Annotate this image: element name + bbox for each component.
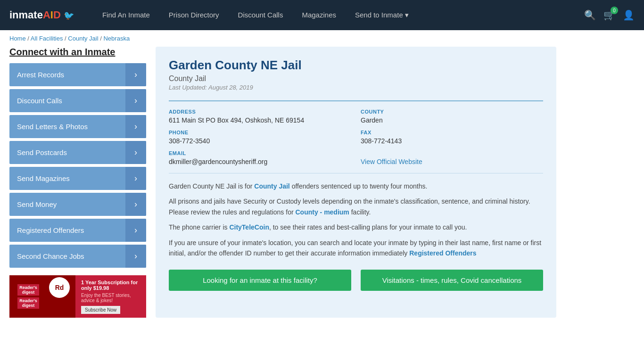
website-link[interactable]: View Official Website bbox=[361, 158, 422, 165]
logo-text: inmateAID 🐦 bbox=[9, 9, 74, 21]
nav-prison-directory[interactable]: Prison Directory bbox=[159, 0, 229, 30]
facility-info-grid: ADDRESS 611 Main St PO Box 494, Oshkosh,… bbox=[169, 100, 543, 173]
arrow-icon: › bbox=[125, 193, 146, 216]
search-icon[interactable]: 🔍 bbox=[584, 9, 596, 21]
sidebar-item-label: Second Chance Jobs bbox=[9, 246, 125, 267]
facility-title: Garden County NE Jail bbox=[169, 58, 543, 73]
phone-value: 308-772-3540 bbox=[169, 137, 351, 145]
nav-send-to-inmate[interactable]: Send to Inmate ▾ bbox=[346, 0, 418, 30]
county-block: COUNTY Garden bbox=[361, 109, 543, 124]
county-label: COUNTY bbox=[361, 109, 543, 115]
address-value: 611 Main St PO Box 494, Oshkosh, NE 6915… bbox=[169, 116, 351, 124]
facility-type: County Jail bbox=[169, 74, 543, 83]
ad-subtitle: Enjoy the BEST stories, advice & jokes! bbox=[81, 293, 140, 303]
description-1: Garden County NE Jail is for County Jail… bbox=[169, 181, 543, 191]
sidebar-item-send-postcards[interactable]: Send Postcards › bbox=[9, 141, 146, 164]
breadcrumb-all-facilities[interactable]: All Facilities bbox=[31, 35, 63, 42]
email-block: EMAIL dkmiller@gardencountysheriff.org bbox=[169, 150, 351, 165]
cart-badge: 0 bbox=[611, 7, 618, 14]
fax-label: FAX bbox=[361, 130, 543, 135]
main-layout: Connect with an Inmate Arrest Records › … bbox=[0, 47, 566, 327]
website-block: View Official Website bbox=[361, 150, 543, 165]
ad-rd-logo: Rd bbox=[49, 277, 70, 298]
arrow-icon: › bbox=[125, 115, 146, 138]
sidebar: Connect with an Inmate Arrest Records › … bbox=[9, 47, 146, 318]
county-jail-link[interactable]: County Jail bbox=[254, 182, 289, 190]
arrow-icon: › bbox=[125, 219, 146, 242]
logo[interactable]: inmateAID 🐦 bbox=[9, 9, 74, 21]
sidebar-advertisement: Reader'sdigest Reader'sdigest Rd 1 Year … bbox=[9, 275, 146, 318]
facility-last-updated: Last Updated: August 28, 2019 bbox=[169, 84, 543, 91]
breadcrumb-home[interactable]: Home bbox=[9, 35, 26, 42]
nav-discount-calls[interactable]: Discount Calls bbox=[229, 0, 293, 30]
looking-for-inmate-button[interactable]: Looking for an inmate at this facility? bbox=[169, 270, 351, 291]
nav-magazines[interactable]: Magazines bbox=[292, 0, 346, 30]
ad-subscribe-button[interactable]: Subscribe Now bbox=[81, 306, 120, 314]
sidebar-item-registered-offenders[interactable]: Registered Offenders › bbox=[9, 219, 146, 242]
sidebar-item-label: Discount Calls bbox=[9, 90, 125, 111]
breadcrumb-nebraska[interactable]: Nebraska bbox=[103, 35, 130, 42]
email-label: EMAIL bbox=[169, 150, 351, 156]
address-label: ADDRESS bbox=[169, 109, 351, 115]
nav-links: Find An Inmate Prison Directory Discount… bbox=[93, 0, 584, 30]
sidebar-item-second-chance-jobs[interactable]: Second Chance Jobs › bbox=[9, 245, 146, 268]
sidebar-item-label: Send Postcards bbox=[9, 142, 125, 163]
sidebar-item-discount-calls[interactable]: Discount Calls › bbox=[9, 89, 146, 112]
address-block: ADDRESS 611 Main St PO Box 494, Oshkosh,… bbox=[169, 109, 351, 124]
sidebar-title: Connect with an Inmate bbox=[9, 47, 146, 58]
description-2: All prisons and jails have Security or C… bbox=[169, 196, 543, 217]
fax-value: 308-772-4143 bbox=[361, 137, 543, 145]
navbar: inmateAID 🐦 Find An Inmate Prison Direct… bbox=[0, 0, 644, 30]
email-value: dkmiller@gardencountysheriff.org bbox=[169, 158, 351, 165]
visitations-button[interactable]: Visitations - times, rules, Covid cancel… bbox=[361, 270, 543, 291]
description-3: The phone carrier is CityTeleCoin, to se… bbox=[169, 222, 543, 232]
website-spacer bbox=[361, 150, 543, 156]
ad-title: 1 Year Subscription for only $19.98 bbox=[81, 280, 140, 291]
sidebar-item-arrest-records[interactable]: Arrest Records › bbox=[9, 63, 146, 86]
facility-content: Garden County NE Jail County Jail Last U… bbox=[156, 47, 556, 318]
sidebar-item-send-money[interactable]: Send Money › bbox=[9, 193, 146, 216]
arrow-icon: › bbox=[125, 89, 146, 112]
sidebar-item-label: Arrest Records bbox=[9, 64, 125, 85]
phone-block: PHONE 308-772-3540 bbox=[169, 130, 351, 145]
sidebar-item-label: Send Letters & Photos bbox=[9, 116, 125, 137]
sidebar-item-label: Send Magazines bbox=[9, 168, 125, 189]
sidebar-item-label: Send Money bbox=[9, 194, 125, 215]
user-icon[interactable]: 👤 bbox=[623, 9, 635, 21]
cart-wrapper[interactable]: 🛒 0 bbox=[603, 9, 615, 21]
registered-offenders-link[interactable]: Registered Offenders bbox=[409, 249, 476, 257]
description-4: If you are unsure of your inmate's locat… bbox=[169, 238, 543, 259]
arrow-icon: › bbox=[125, 245, 146, 268]
nav-find-inmate[interactable]: Find An Inmate bbox=[93, 0, 159, 30]
fax-block: FAX 308-772-4143 bbox=[361, 130, 543, 145]
sidebar-item-send-letters-photos[interactable]: Send Letters & Photos › bbox=[9, 115, 146, 138]
arrow-icon: › bbox=[125, 167, 146, 190]
nav-right: 🔍 🛒 0 👤 bbox=[584, 9, 635, 21]
arrow-icon: › bbox=[125, 141, 146, 164]
sidebar-item-send-magazines[interactable]: Send Magazines › bbox=[9, 167, 146, 190]
county-value: Garden bbox=[361, 116, 543, 124]
breadcrumb: Home / All Facilities / County Jail / Ne… bbox=[0, 30, 644, 47]
arrow-icon: › bbox=[125, 63, 146, 86]
breadcrumb-county-jail[interactable]: County Jail bbox=[68, 35, 98, 42]
bottom-buttons: Looking for an inmate at this facility? … bbox=[169, 270, 543, 291]
sidebar-item-label: Registered Offenders bbox=[9, 220, 125, 241]
county-medium-link[interactable]: County - medium bbox=[295, 208, 349, 216]
phone-label: PHONE bbox=[169, 130, 351, 135]
citytelecoin-link[interactable]: CityTeleCoin bbox=[229, 223, 269, 231]
